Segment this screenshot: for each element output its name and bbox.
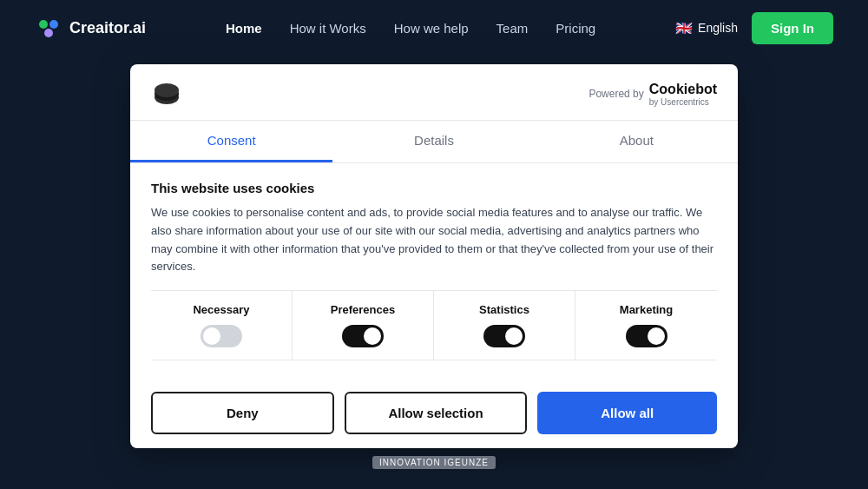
nav-links: Home How it Works How we help Team Prici… xyxy=(226,21,595,36)
main-content: Powered by Cookiebot by Usercentrics Con… xyxy=(0,56,868,489)
language-label: English xyxy=(698,21,738,35)
nav-pricing[interactable]: Pricing xyxy=(556,21,595,36)
powered-by: Powered by Cookiebot by Usercentrics xyxy=(589,82,717,107)
toggles-row: Necessary Preferences Statistics xyxy=(151,290,717,360)
tab-about[interactable]: About xyxy=(536,121,738,162)
modal-header: Powered by Cookiebot by Usercentrics xyxy=(130,64,738,121)
nav-right: 🇬🇧 English Sign In xyxy=(675,12,833,44)
nav-team[interactable]: Team xyxy=(496,21,529,36)
signin-button[interactable]: Sign In xyxy=(752,12,833,44)
cookie-title: This website uses cookies xyxy=(151,181,717,195)
deny-button[interactable]: Deny xyxy=(151,392,334,434)
toggle-statistics: Statistics xyxy=(434,291,575,360)
allow-selection-button[interactable]: Allow selection xyxy=(345,392,528,434)
toggle-preferences-label: Preferences xyxy=(331,303,395,316)
toggle-necessary-knob xyxy=(203,327,220,345)
tab-details[interactable]: Details xyxy=(332,121,535,162)
logo[interactable]: Creaitor.ai xyxy=(35,14,146,42)
action-buttons: Deny Allow selection Allow all xyxy=(130,378,738,448)
svg-point-2 xyxy=(44,29,53,37)
innovation-badge: INNOVATION IGEUNZE xyxy=(372,456,496,469)
modal-tabs: Consent Details About xyxy=(130,121,738,163)
toggle-preferences: Preferences xyxy=(293,291,434,360)
cookie-logo xyxy=(151,78,182,109)
tab-consent[interactable]: Consent xyxy=(130,121,332,162)
language-selector[interactable]: 🇬🇧 English xyxy=(675,20,738,36)
toggle-marketing-switch[interactable] xyxy=(626,325,667,347)
toggle-marketing-knob xyxy=(648,327,665,345)
modal-body: This website uses cookies We use cookies… xyxy=(130,163,738,378)
powered-by-label: Powered by xyxy=(589,88,643,100)
toggle-statistics-label: Statistics xyxy=(479,303,529,316)
cookiebot-sub: by Usercentrics xyxy=(649,97,717,107)
toggle-necessary-switch[interactable] xyxy=(201,325,242,347)
cookiebot-logo-icon xyxy=(151,78,182,109)
flag-icon: 🇬🇧 xyxy=(675,20,693,36)
toggle-necessary-label: Necessary xyxy=(193,303,249,316)
svg-point-1 xyxy=(49,20,58,29)
cookiebot-brand: Cookiebot xyxy=(649,82,717,96)
logo-text: Creaitor.ai xyxy=(69,19,146,37)
toggle-statistics-knob xyxy=(505,327,523,345)
nav-how-we-help[interactable]: How we help xyxy=(394,21,469,36)
logo-icon xyxy=(35,14,62,42)
toggle-marketing-label: Marketing xyxy=(620,303,673,316)
toggle-preferences-switch[interactable] xyxy=(342,325,384,347)
toggle-necessary: Necessary xyxy=(151,291,293,360)
svg-point-5 xyxy=(155,83,179,97)
cookie-modal: Powered by Cookiebot by Usercentrics Con… xyxy=(130,64,738,448)
nav-how-it-works[interactable]: How it Works xyxy=(290,21,366,36)
toggle-preferences-knob xyxy=(364,327,381,345)
allow-all-button[interactable]: Allow all xyxy=(537,392,717,434)
toggle-statistics-switch[interactable] xyxy=(483,325,525,347)
svg-point-0 xyxy=(39,20,48,29)
toggle-marketing: Marketing xyxy=(575,291,717,360)
navbar: Creaitor.ai Home How it Works How we hel… xyxy=(0,0,868,56)
nav-home[interactable]: Home xyxy=(226,21,262,36)
cookie-description: We use cookies to personalise content an… xyxy=(151,204,717,276)
